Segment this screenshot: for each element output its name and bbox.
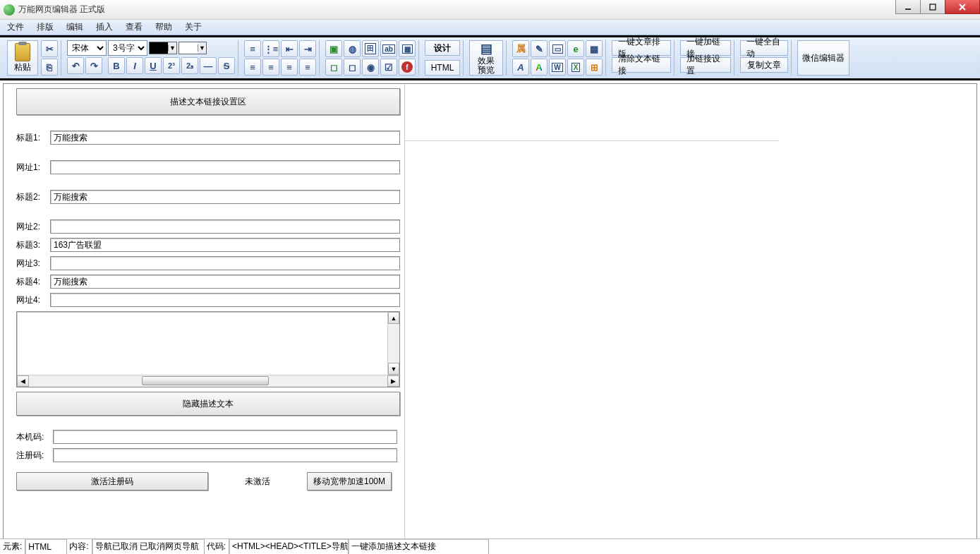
html-button[interactable]: HTML	[425, 60, 460, 76]
menu-about[interactable]: 关于	[185, 21, 202, 33]
design-button[interactable]: 设计	[425, 40, 460, 56]
apps-button[interactable]: ⊞	[586, 59, 603, 76]
scroll-down-icon[interactable]: ▼	[388, 363, 399, 375]
copy-button[interactable]: ⎘	[41, 59, 58, 76]
redo-button[interactable]: ↷	[85, 57, 102, 74]
indent-button[interactable]: ⇥	[299, 40, 316, 57]
font-size-select[interactable]: 3号字	[108, 40, 147, 56]
input-title1[interactable]	[50, 131, 400, 145]
input-url3[interactable]	[50, 256, 400, 270]
label-reg-code: 注册码:	[16, 450, 50, 462]
eyedropper-button[interactable]: ✎	[531, 40, 548, 57]
attr-button[interactable]: 属	[512, 40, 529, 57]
status-element: HTML	[25, 539, 67, 554]
clear-link-button[interactable]: 清除文本链接	[612, 57, 671, 73]
font-family-select[interactable]: 宋体	[67, 40, 107, 56]
activate-button[interactable]: 激活注册码	[16, 472, 208, 490]
flash-button[interactable]: f	[399, 59, 416, 76]
description-textarea[interactable]: ▲ ▼ ◀ ▶	[16, 311, 400, 387]
align-left-icon: ≡	[250, 62, 255, 73]
undo-button[interactable]: ↶	[67, 57, 84, 74]
horizontal-scrollbar[interactable]: ◀ ▶	[17, 375, 399, 387]
subscript-button[interactable]: 2₃	[181, 57, 198, 74]
input-url4[interactable]	[50, 293, 400, 307]
form-button[interactable]: ab	[380, 40, 397, 57]
ul-button[interactable]: ⋮≡	[262, 40, 279, 57]
menu-help[interactable]: 帮助	[155, 21, 172, 33]
bold-button[interactable]: B	[108, 57, 125, 74]
paste-button[interactable]: 粘贴	[7, 40, 38, 76]
checkbox-button[interactable]: ☑	[380, 59, 397, 76]
misc-group: 属 ✎ ▭ e ▦ A A W X ⊞	[509, 40, 606, 76]
input-title2[interactable]	[50, 190, 400, 204]
input-title4[interactable]	[50, 275, 400, 289]
align-center-button[interactable]: ≡	[262, 59, 279, 76]
card-button[interactable]: ▭	[549, 40, 566, 57]
wechat-editor-button[interactable]: 微信编辑器	[797, 40, 849, 76]
menu-file[interactable]: 文件	[7, 21, 24, 33]
a2-button[interactable]: A	[531, 59, 548, 76]
undo-icon: ↶	[72, 61, 80, 71]
preview-group: ▤ 效果 预览	[466, 40, 507, 76]
align-justify-button[interactable]: ≡	[299, 59, 316, 76]
sup-icon: 2³	[168, 61, 175, 70]
underline-button[interactable]: U	[145, 57, 162, 74]
table-button[interactable]: 田	[362, 40, 379, 57]
input-title3[interactable]	[50, 238, 400, 252]
preview-button[interactable]: ▤ 效果 预览	[469, 40, 503, 76]
strike-button[interactable]: S	[218, 57, 235, 74]
minimize-button[interactable]	[895, 0, 921, 14]
align-left-button[interactable]: ≡	[244, 59, 261, 76]
redo-icon: ↷	[90, 61, 98, 71]
cut-button[interactable]: ✂	[41, 40, 58, 57]
a1-button[interactable]: A	[512, 59, 529, 76]
text-color-picker[interactable]: ▼	[149, 42, 177, 54]
menu-view[interactable]: 查看	[126, 21, 143, 33]
close-button[interactable]	[945, 0, 980, 14]
ie-button[interactable]: e	[567, 40, 584, 57]
link-button[interactable]: ◍	[344, 40, 361, 57]
menu-layout[interactable]: 排版	[37, 21, 54, 33]
input-machine-code[interactable]	[53, 430, 397, 444]
superscript-button[interactable]: 2³	[163, 57, 180, 74]
italic-button[interactable]: I	[126, 57, 143, 74]
content-area: 描述文本链接设置区 标题1: 网址1: 标题2: 网址2: 标题3: 网址3: …	[3, 83, 977, 544]
image-button[interactable]: ▣	[325, 40, 342, 57]
scroll-up-icon[interactable]: ▲	[388, 312, 399, 324]
activate-label: 激活注册码	[91, 476, 133, 488]
copy-article-button[interactable]: 复制文章	[740, 57, 788, 73]
maximize-button[interactable]	[920, 0, 945, 14]
grid-button[interactable]: ▦	[586, 40, 603, 57]
broadband-button[interactable]: 移动宽带加速100M	[307, 472, 392, 490]
bg-color-picker[interactable]: ▼	[179, 42, 207, 54]
link-setting-button[interactable]: 加链接设置	[680, 57, 731, 73]
input-url2[interactable]	[50, 219, 400, 234]
input-url1[interactable]	[50, 160, 400, 174]
vertical-scrollbar[interactable]: ▲ ▼	[387, 312, 399, 375]
hr-button[interactable]: —	[200, 57, 217, 74]
bold-icon: B	[113, 61, 119, 71]
sub-icon: 2₃	[186, 61, 193, 71]
hide-description-button[interactable]: 隐藏描述文本	[16, 392, 400, 416]
left-panel: 描述文本链接设置区 标题1: 网址1: 标题2: 网址2: 标题3: 网址3: …	[4, 84, 404, 543]
scroll-thumb[interactable]	[142, 376, 269, 385]
scroll-left-icon[interactable]: ◀	[17, 375, 29, 387]
word-button[interactable]: W	[549, 59, 566, 76]
box1-button[interactable]: ◻	[325, 59, 342, 76]
ol-button[interactable]: ≡	[244, 40, 261, 57]
excel-button[interactable]: X	[567, 59, 584, 76]
align-right-button[interactable]: ≡	[281, 59, 298, 76]
date-button[interactable]: ▦	[399, 40, 416, 57]
scroll-right-icon[interactable]: ▶	[387, 375, 399, 387]
radio-button[interactable]: ◉	[362, 59, 379, 76]
outdent-button[interactable]: ⇤	[281, 40, 298, 57]
scroll-track[interactable]	[29, 375, 387, 387]
one-key-auto-button[interactable]: 一键全自动	[740, 40, 788, 56]
box2-button[interactable]: ◻	[344, 59, 361, 76]
menu-insert[interactable]: 插入	[96, 21, 113, 33]
status-element-label: 元素:	[0, 539, 25, 554]
menu-edit[interactable]: 编辑	[66, 21, 83, 33]
input-reg-code[interactable]	[53, 448, 397, 462]
hr-icon: —	[204, 61, 213, 71]
eyedropper-icon: ✎	[536, 44, 543, 54]
